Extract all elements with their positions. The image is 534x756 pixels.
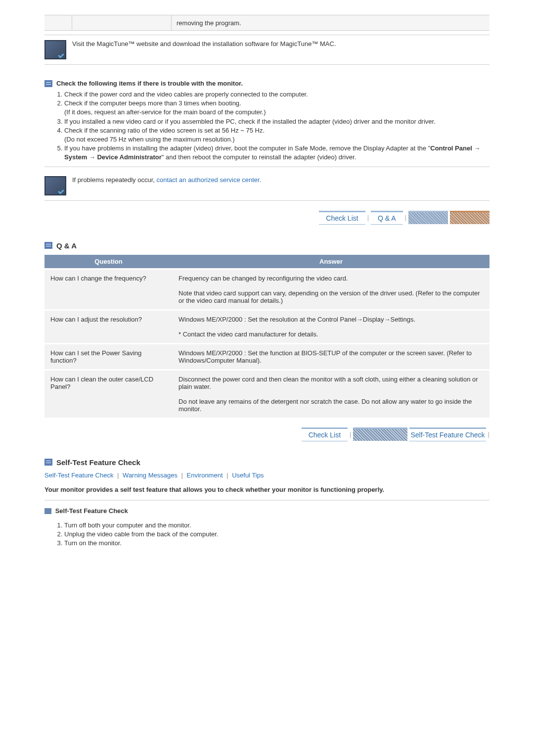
qa-answer: Windows ME/XP/2000 : Set the function at… [173, 343, 490, 370]
table-cell-empty [44, 15, 72, 30]
table-row: How can I adjust the resolution? Windows… [44, 310, 490, 343]
table-header-row: Question Answer [44, 255, 490, 269]
selftest-subheading-row: Self-Test Feature Check [44, 507, 490, 515]
list-item-text-post: " and then reboot the computer to reinst… [162, 153, 356, 161]
selftest-heading-row: Self-Test Feature Check [44, 456, 490, 469]
tab-q-and-a[interactable]: Q & A [371, 211, 403, 225]
list-item-text-pre: If you have problems in installing the a… [64, 144, 430, 152]
tab-image-placeholder[interactable] [408, 211, 448, 224]
selftest-steps: Turn off both your computer and the moni… [44, 521, 490, 548]
contact-info-box: If problems repeatedly occur, contact an… [44, 171, 490, 201]
qa-table: Question Answer How can I change the fre… [44, 255, 490, 418]
list-item: Unplug the video cable from the back of … [64, 530, 490, 539]
subnav-selftest-link[interactable]: Self-Test Feature Check [44, 472, 113, 479]
table-header-question: Question [44, 255, 173, 269]
table-fragment-row: removing the program. [44, 15, 490, 31]
list-icon [44, 242, 52, 249]
qa-answer: Frequency can be changed by reconfigurin… [173, 269, 490, 310]
table-cell-text: removing the program. [172, 19, 241, 27]
table-row: How can I change the frequency? Frequenc… [44, 269, 490, 310]
list-item: Check if the scanning ratio of the video… [64, 126, 490, 144]
subnav-warning-link[interactable]: Warning Messages [123, 472, 178, 479]
subnav-tips-link[interactable]: Useful Tips [232, 472, 264, 479]
table-row: How can I set the Power Saving function?… [44, 343, 490, 370]
selftest-heading: Self-Test Feature Check [56, 458, 140, 467]
tab-divider: | [405, 214, 406, 221]
checklist-heading-row: Check the following items if there is tr… [44, 80, 490, 87]
contact-text-wrap: If problems repeatedly occur, contact an… [72, 176, 261, 184]
list-item: If you installed a new video card or if … [64, 117, 490, 126]
qa-answer: Windows ME/XP/2000 : Set the resolution … [173, 310, 490, 343]
magictune-text: Visit the MagicTune™ website and downloa… [72, 40, 336, 47]
monitor-check-icon [44, 40, 66, 59]
tab-image-placeholder[interactable] [450, 211, 490, 224]
tab-self-test[interactable]: Self-Test Feature Check [409, 427, 486, 441]
list-item: If you have problems in installing the a… [64, 144, 490, 162]
monitor-check-icon [44, 176, 66, 195]
qa-question: How can I set the Power Saving function? [44, 343, 173, 370]
tab-check-list[interactable]: Check List [302, 427, 348, 441]
tab-divider: | [367, 214, 369, 221]
selftest-intro: Your monitor provides a self test featur… [44, 486, 490, 493]
qa-answer: Disconnect the power cord and then clean… [173, 370, 490, 418]
tab-divider: | [350, 430, 351, 438]
list-item: Check if the computer beeps more than 3 … [64, 99, 490, 117]
subnav-divider: | [181, 472, 183, 479]
qa-heading: Q & A [56, 241, 77, 250]
qa-heading-row: Q & A [44, 239, 490, 252]
table-cell-empty [72, 15, 172, 30]
contact-service-link[interactable]: contact an authorized service center [157, 176, 260, 184]
tab-check-list[interactable]: Check List [319, 211, 365, 225]
tab-image-placeholder[interactable] [353, 427, 407, 441]
checklist-list: Check if the power cord and the video ca… [44, 90, 490, 162]
magictune-info-box: Visit the MagicTune™ website and downloa… [44, 35, 490, 65]
checklist-heading: Check the following items if there is tr… [56, 80, 243, 87]
tab-nav-qa: Check List | Q & A | [44, 211, 490, 225]
list-icon [44, 80, 52, 87]
qa-question: How can I adjust the resolution? [44, 310, 173, 343]
contact-text-pre: If problems repeatedly occur, [72, 176, 157, 184]
list-item: Turn off both your computer and the moni… [64, 521, 490, 530]
table-header-answer: Answer [173, 255, 490, 269]
period: . [260, 176, 262, 184]
list-icon [44, 508, 51, 514]
table-row: How can I clean the outer case/LCD Panel… [44, 370, 490, 418]
selftest-subheading: Self-Test Feature Check [55, 507, 128, 515]
tab-divider: | [488, 430, 490, 438]
divider [44, 166, 490, 167]
subnav-divider: | [226, 472, 228, 479]
list-item: Turn on the monitor. [64, 539, 490, 548]
selftest-subnav: Self-Test Feature Check | Warning Messag… [44, 472, 490, 479]
list-item: Check if the power cord and the video ca… [64, 90, 490, 99]
qa-question: How can I change the frequency? [44, 269, 173, 310]
qa-question: How can I clean the outer case/LCD Panel… [44, 370, 173, 418]
list-icon [44, 459, 52, 466]
subnav-divider: | [117, 472, 119, 479]
tab-nav-selftest: Check List | Self-Test Feature Check | [44, 427, 490, 441]
subnav-environment-link[interactable]: Environment [187, 472, 223, 479]
divider [44, 500, 490, 501]
